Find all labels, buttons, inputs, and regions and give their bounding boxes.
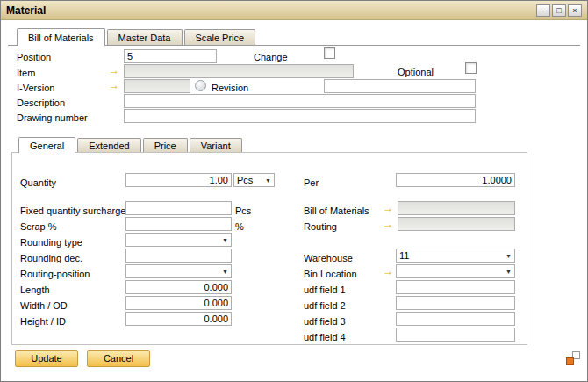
- height-id-label: Height / ID: [20, 315, 66, 328]
- dropdown-caret-icon: ▼: [506, 253, 512, 259]
- revision-label: Revision: [212, 82, 248, 94]
- maximize-button[interactable]: □: [552, 4, 566, 17]
- warehouse-label: Warehouse: [304, 252, 353, 264]
- routing-link-arrow-icon[interactable]: →: [382, 219, 394, 231]
- bom-link-arrow-icon[interactable]: →: [382, 203, 394, 215]
- routing-field: [398, 217, 515, 231]
- window-controls: – □ ×: [536, 4, 582, 17]
- bom-field: [398, 201, 515, 215]
- udf1-label: udf field 1: [304, 284, 346, 296]
- warehouse-value: 11: [399, 250, 504, 261]
- revision-input[interactable]: [324, 79, 476, 93]
- udf3-input[interactable]: [396, 312, 515, 326]
- fixed-surcharge-unit: Pcs: [235, 205, 251, 217]
- udf3-label: udf field 3: [304, 315, 346, 328]
- change-checkbox[interactable]: [324, 47, 335, 59]
- routing-position-select[interactable]: ▼: [125, 264, 232, 278]
- fixed-surcharge-label: Fixed quantity surcharge: [20, 205, 125, 217]
- dropdown-caret-icon: ▼: [222, 269, 228, 275]
- tab-price[interactable]: Price: [143, 138, 188, 152]
- quantity-uom-select[interactable]: Pcs ▼: [233, 173, 275, 187]
- iversion-label: I-Version: [17, 82, 54, 94]
- scrap-unit: %: [235, 220, 244, 233]
- version-info-icon[interactable]: [195, 80, 206, 91]
- udf4-label: udf field 4: [304, 331, 346, 343]
- udf2-label: udf field 2: [304, 299, 346, 312]
- optional-checkbox[interactable]: [465, 62, 477, 74]
- rounding-dec-label: Rounding dec.: [20, 252, 82, 264]
- item-link-arrow-icon[interactable]: →: [108, 65, 120, 77]
- quantity-uom-value: Pcs: [237, 175, 263, 185]
- quantity-label: Quantity: [20, 177, 56, 189]
- material-window: Material – □ × Bill of Materials Master …: [0, 0, 588, 382]
- update-button[interactable]: Update: [15, 350, 78, 367]
- drawing-number-label: Drawing number: [17, 112, 88, 124]
- tab-variant[interactable]: Variant: [190, 138, 242, 152]
- position-label: Position: [17, 51, 51, 63]
- top-tab-bar: Bill of Materials Master Data Scale Pric…: [8, 27, 580, 46]
- item-field: [124, 64, 354, 78]
- rounding-type-select[interactable]: ▼: [125, 233, 232, 247]
- scrap-input[interactable]: [125, 217, 232, 231]
- minimize-button[interactable]: –: [536, 4, 550, 17]
- tab-bill-of-materials[interactable]: Bill of Materials: [17, 28, 105, 46]
- optional-label: Optional: [398, 66, 434, 78]
- bom-label: Bill of Materials: [304, 205, 369, 217]
- per-label: Per: [304, 177, 319, 189]
- tab-scale-price[interactable]: Scale Price: [184, 29, 256, 45]
- description-label: Description: [17, 97, 65, 109]
- description-input[interactable]: [124, 94, 476, 108]
- cancel-button[interactable]: Cancel: [87, 350, 150, 367]
- drawing-number-input[interactable]: [124, 109, 476, 123]
- rounding-dec-input[interactable]: [125, 249, 232, 263]
- scrap-label: Scrap %: [20, 220, 57, 233]
- titlebar[interactable]: Material – □ ×: [1, 1, 587, 20]
- tab-general[interactable]: General: [18, 137, 75, 153]
- fixed-surcharge-input[interactable]: [125, 201, 232, 215]
- quantity-input[interactable]: [125, 173, 232, 187]
- width-od-label: Width / OD: [20, 299, 68, 312]
- form-resize-icon[interactable]: [566, 351, 580, 365]
- bin-location-label: Bin Location: [304, 268, 357, 280]
- routing-label: Routing: [304, 220, 337, 233]
- rounding-type-label: Rounding type: [20, 236, 82, 249]
- resize-square-filled: [566, 357, 574, 365]
- height-id-input[interactable]: [125, 312, 232, 326]
- change-label: Change: [254, 51, 288, 63]
- window-title: Material: [6, 4, 46, 17]
- iversion-link-arrow-icon[interactable]: →: [108, 80, 120, 92]
- routing-position-label: Routing-position: [20, 268, 90, 280]
- udf4-input[interactable]: [396, 328, 515, 342]
- dropdown-caret-icon: ▼: [265, 177, 271, 184]
- iversion-field: [124, 79, 190, 93]
- warehouse-select[interactable]: 11 ▼: [396, 249, 515, 263]
- dropdown-caret-icon: ▼: [506, 269, 512, 275]
- per-input[interactable]: [396, 173, 515, 187]
- item-label: Item: [17, 67, 35, 79]
- position-input[interactable]: [124, 49, 217, 63]
- width-od-input[interactable]: [125, 296, 232, 310]
- bin-location-link-arrow-icon[interactable]: →: [382, 266, 394, 278]
- detail-tab-bar: General Extended Price Variant: [18, 136, 242, 152]
- tab-master-data[interactable]: Master Data: [107, 29, 183, 45]
- length-input[interactable]: [125, 280, 232, 294]
- tab-extended[interactable]: Extended: [77, 138, 140, 152]
- bin-location-select[interactable]: ▼: [396, 264, 515, 278]
- dropdown-caret-icon: ▼: [222, 237, 228, 243]
- close-button[interactable]: ×: [568, 4, 582, 17]
- udf1-input[interactable]: [396, 280, 515, 294]
- udf2-input[interactable]: [396, 296, 515, 310]
- length-label: Length: [20, 284, 50, 296]
